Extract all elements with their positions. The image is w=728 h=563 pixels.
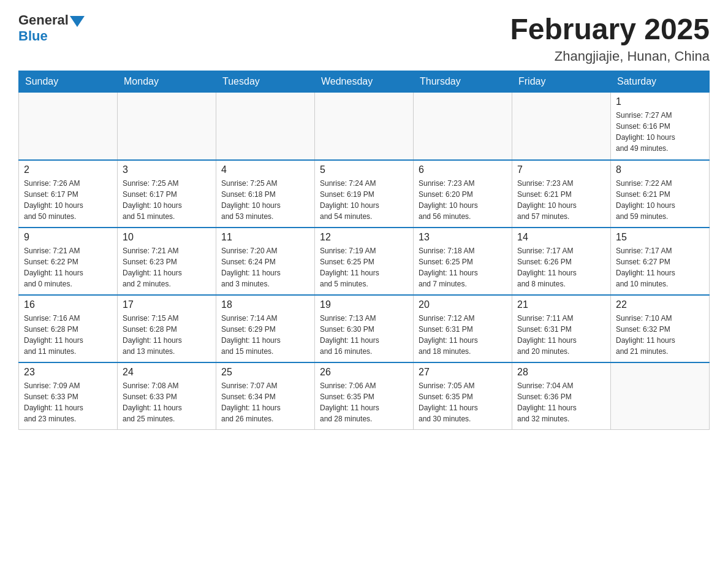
- calendar-day-cell: 7Sunrise: 7:23 AM Sunset: 6:21 PM Daylig…: [512, 160, 611, 228]
- calendar-header-row: SundayMondayTuesdayWednesdayThursdayFrid…: [19, 71, 710, 93]
- day-number: 6: [419, 164, 507, 175]
- calendar-day-cell: [512, 93, 611, 160]
- calendar-day-cell: [315, 93, 414, 160]
- calendar-week-row: 23Sunrise: 7:09 AM Sunset: 6:33 PM Dayli…: [19, 362, 710, 430]
- day-number: 7: [517, 164, 605, 175]
- day-info: Sunrise: 7:04 AM Sunset: 6:36 PM Dayligh…: [517, 380, 605, 424]
- calendar-day-cell: [414, 93, 512, 160]
- calendar-day-cell: [19, 93, 118, 160]
- day-number: 11: [221, 232, 309, 243]
- day-number: 2: [24, 164, 112, 175]
- day-number: 5: [320, 164, 408, 175]
- calendar-day-cell: 25Sunrise: 7:07 AM Sunset: 6:34 PM Dayli…: [216, 362, 315, 430]
- logo: General Blue: [18, 12, 85, 44]
- day-info: Sunrise: 7:21 AM Sunset: 6:23 PM Dayligh…: [123, 245, 211, 289]
- calendar-day-cell: 19Sunrise: 7:13 AM Sunset: 6:30 PM Dayli…: [315, 295, 414, 362]
- day-info: Sunrise: 7:07 AM Sunset: 6:34 PM Dayligh…: [221, 380, 309, 424]
- day-number: 18: [221, 299, 309, 310]
- day-number: 20: [419, 299, 507, 310]
- calendar-day-cell: 18Sunrise: 7:14 AM Sunset: 6:29 PM Dayli…: [216, 295, 315, 362]
- logo-blue-text: Blue: [18, 28, 48, 44]
- calendar-day-cell: 11Sunrise: 7:20 AM Sunset: 6:24 PM Dayli…: [216, 228, 315, 295]
- day-info: Sunrise: 7:21 AM Sunset: 6:22 PM Dayligh…: [24, 245, 112, 289]
- day-info: Sunrise: 7:14 AM Sunset: 6:29 PM Dayligh…: [221, 313, 309, 357]
- day-number: 19: [320, 299, 408, 310]
- day-number: 13: [419, 232, 507, 243]
- day-number: 12: [320, 232, 408, 243]
- day-info: Sunrise: 7:22 AM Sunset: 6:21 PM Dayligh…: [616, 178, 704, 222]
- day-number: 16: [24, 299, 112, 310]
- calendar-day-cell: 3Sunrise: 7:25 AM Sunset: 6:17 PM Daylig…: [118, 160, 216, 228]
- day-info: Sunrise: 7:26 AM Sunset: 6:17 PM Dayligh…: [24, 178, 112, 222]
- calendar-day-cell: [118, 93, 216, 160]
- day-number: 27: [419, 367, 507, 378]
- day-info: Sunrise: 7:16 AM Sunset: 6:28 PM Dayligh…: [24, 313, 112, 357]
- calendar-day-cell: 28Sunrise: 7:04 AM Sunset: 6:36 PM Dayli…: [512, 362, 611, 430]
- day-number: 4: [221, 164, 309, 175]
- calendar-week-row: 9Sunrise: 7:21 AM Sunset: 6:22 PM Daylig…: [19, 228, 710, 295]
- logo-arrow-icon: [70, 16, 85, 27]
- day-info: Sunrise: 7:23 AM Sunset: 6:21 PM Dayligh…: [517, 178, 605, 222]
- day-number: 25: [221, 367, 309, 378]
- day-of-week-header: Saturday: [611, 71, 710, 93]
- day-of-week-header: Tuesday: [216, 71, 315, 93]
- calendar-table: SundayMondayTuesdayWednesdayThursdayFrid…: [18, 71, 710, 430]
- calendar-week-row: 2Sunrise: 7:26 AM Sunset: 6:17 PM Daylig…: [19, 160, 710, 228]
- day-number: 3: [123, 164, 211, 175]
- day-info: Sunrise: 7:20 AM Sunset: 6:24 PM Dayligh…: [221, 245, 309, 289]
- day-of-week-header: Sunday: [19, 71, 118, 93]
- calendar-week-row: 1Sunrise: 7:27 AM Sunset: 6:16 PM Daylig…: [19, 93, 710, 160]
- logo-general-text: General: [18, 12, 69, 28]
- day-info: Sunrise: 7:17 AM Sunset: 6:26 PM Dayligh…: [517, 245, 605, 289]
- day-info: Sunrise: 7:11 AM Sunset: 6:31 PM Dayligh…: [517, 313, 605, 357]
- day-info: Sunrise: 7:08 AM Sunset: 6:33 PM Dayligh…: [123, 380, 211, 424]
- day-info: Sunrise: 7:10 AM Sunset: 6:32 PM Dayligh…: [616, 313, 704, 357]
- calendar-day-cell: 26Sunrise: 7:06 AM Sunset: 6:35 PM Dayli…: [315, 362, 414, 430]
- calendar-day-cell: 12Sunrise: 7:19 AM Sunset: 6:25 PM Dayli…: [315, 228, 414, 295]
- day-info: Sunrise: 7:12 AM Sunset: 6:31 PM Dayligh…: [419, 313, 507, 357]
- day-info: Sunrise: 7:09 AM Sunset: 6:33 PM Dayligh…: [24, 380, 112, 424]
- day-info: Sunrise: 7:06 AM Sunset: 6:35 PM Dayligh…: [320, 380, 408, 424]
- calendar-day-cell: 22Sunrise: 7:10 AM Sunset: 6:32 PM Dayli…: [611, 295, 710, 362]
- day-number: 28: [517, 367, 605, 378]
- day-of-week-header: Friday: [512, 71, 611, 93]
- day-info: Sunrise: 7:13 AM Sunset: 6:30 PM Dayligh…: [320, 313, 408, 357]
- calendar-day-cell: 2Sunrise: 7:26 AM Sunset: 6:17 PM Daylig…: [19, 160, 118, 228]
- day-info: Sunrise: 7:19 AM Sunset: 6:25 PM Dayligh…: [320, 245, 408, 289]
- calendar-subtitle: Zhangjiajie, Hunan, China: [510, 48, 710, 64]
- calendar-day-cell: 10Sunrise: 7:21 AM Sunset: 6:23 PM Dayli…: [118, 228, 216, 295]
- day-info: Sunrise: 7:17 AM Sunset: 6:27 PM Dayligh…: [616, 245, 704, 289]
- calendar-day-cell: 16Sunrise: 7:16 AM Sunset: 6:28 PM Dayli…: [19, 295, 118, 362]
- calendar-day-cell: 8Sunrise: 7:22 AM Sunset: 6:21 PM Daylig…: [611, 160, 710, 228]
- calendar-day-cell: 6Sunrise: 7:23 AM Sunset: 6:20 PM Daylig…: [414, 160, 512, 228]
- calendar-day-cell: 21Sunrise: 7:11 AM Sunset: 6:31 PM Dayli…: [512, 295, 611, 362]
- day-number: 10: [123, 232, 211, 243]
- calendar-day-cell: 27Sunrise: 7:05 AM Sunset: 6:35 PM Dayli…: [414, 362, 512, 430]
- day-number: 22: [616, 299, 704, 310]
- day-info: Sunrise: 7:27 AM Sunset: 6:16 PM Dayligh…: [616, 110, 704, 154]
- day-number: 24: [123, 367, 211, 378]
- day-info: Sunrise: 7:15 AM Sunset: 6:28 PM Dayligh…: [123, 313, 211, 357]
- title-block: February 2025 Zhangjiajie, Hunan, China: [510, 12, 710, 64]
- calendar-day-cell: 9Sunrise: 7:21 AM Sunset: 6:22 PM Daylig…: [19, 228, 118, 295]
- day-info: Sunrise: 7:18 AM Sunset: 6:25 PM Dayligh…: [419, 245, 507, 289]
- day-number: 15: [616, 232, 704, 243]
- day-number: 9: [24, 232, 112, 243]
- calendar-day-cell: 13Sunrise: 7:18 AM Sunset: 6:25 PM Dayli…: [414, 228, 512, 295]
- day-number: 21: [517, 299, 605, 310]
- day-info: Sunrise: 7:25 AM Sunset: 6:17 PM Dayligh…: [123, 178, 211, 222]
- day-number: 26: [320, 367, 408, 378]
- calendar-week-row: 16Sunrise: 7:16 AM Sunset: 6:28 PM Dayli…: [19, 295, 710, 362]
- calendar-day-cell: [611, 362, 710, 430]
- day-of-week-header: Monday: [118, 71, 216, 93]
- day-number: 17: [123, 299, 211, 310]
- day-of-week-header: Thursday: [414, 71, 512, 93]
- day-info: Sunrise: 7:23 AM Sunset: 6:20 PM Dayligh…: [419, 178, 507, 222]
- day-info: Sunrise: 7:25 AM Sunset: 6:18 PM Dayligh…: [221, 178, 309, 222]
- day-number: 14: [517, 232, 605, 243]
- calendar-day-cell: [216, 93, 315, 160]
- calendar-day-cell: 23Sunrise: 7:09 AM Sunset: 6:33 PM Dayli…: [19, 362, 118, 430]
- day-of-week-header: Wednesday: [315, 71, 414, 93]
- day-number: 1: [616, 96, 704, 107]
- day-info: Sunrise: 7:24 AM Sunset: 6:19 PM Dayligh…: [320, 178, 408, 222]
